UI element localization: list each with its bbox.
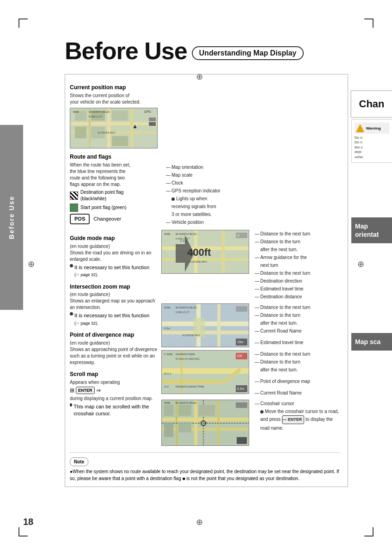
- svg-rect-8: [112, 111, 128, 121]
- section-current-position: Current position map Shows the current p…: [70, 79, 341, 226]
- divergence-title: Point of divergence map: [70, 331, 158, 339]
- guide-mode-title: Guide mode map: [70, 234, 158, 242]
- intersection-zoom-section: Intersection zoom map (en route guidance…: [70, 283, 158, 327]
- divergence-map-row: F 200ft NORRISTOWN PLYMOUTH MEETING PENN…: [161, 350, 341, 397]
- svg-rect-74: [164, 423, 173, 437]
- guide-mode-body: Shows the road you are driving on in an …: [70, 250, 158, 263]
- divergence-body: Shows an approaching point of divergence…: [70, 346, 158, 366]
- current-map-wrapper: 400ft W NORTH BLVD N WELLS ST N STATE PK…: [70, 108, 158, 226]
- bullet-crosshair: [260, 410, 263, 413]
- svg-text:400ft: 400ft: [73, 111, 79, 113]
- warning-header: Warning: [355, 123, 389, 134]
- route-flags-section: Route and flags When the route has been …: [70, 153, 158, 212]
- guide-mode-ref: (☞ page 32).: [74, 272, 98, 277]
- svg-rect-71: [164, 405, 173, 416]
- scroll-map-bullet: This map can be scrolled with the crossh…: [70, 403, 158, 418]
- scroll-map-section: Scroll map Appears when operating ⊞ ENTE…: [70, 370, 158, 417]
- pos-button[interactable]: POS: [70, 214, 90, 224]
- main-content: Current position map Shows the current p…: [25, 69, 348, 492]
- svg-text:PLYMOUTH MEETING: PLYMOUTH MEETING: [176, 358, 200, 360]
- right-tab-chan[interactable]: Chan: [350, 90, 392, 118]
- svg-rect-75: [178, 423, 191, 432]
- enter-label: ENTER: [78, 388, 92, 394]
- bullet-circle: [172, 197, 175, 201]
- svg-text:M 0.3: M 0.3: [164, 372, 172, 375]
- svg-rect-3: [107, 108, 110, 148]
- guide-mode-bullet: It is necessary to set this function(☞ p…: [70, 264, 158, 278]
- ann-road-name-int: Current Road Name: [255, 327, 310, 335]
- ann-dest-dist: Destination distance: [255, 293, 310, 301]
- svg-text:15m: 15m: [237, 340, 244, 344]
- intersection-annotations: Distance to the next turn Distance to th…: [249, 303, 310, 346]
- scroll-map-row: 400ft W NORTH BLVD Crosshair cursor Move…: [161, 400, 341, 446]
- arrow-icon: ⊞: [70, 387, 74, 395]
- crosshair-bottom: ⊕: [196, 517, 203, 527]
- ann-turn-after-int: Distance to the turnafter the next turn.: [255, 311, 310, 327]
- left-sidebar: Before Use: [0, 125, 23, 310]
- bullet-guide-mode: [70, 264, 73, 267]
- svg-text:N STATE PKY: N STATE PKY: [98, 131, 116, 134]
- intersection-zoom-title: Intersection zoom map: [70, 283, 158, 291]
- route-flags-title: Route and flags: [70, 153, 158, 161]
- current-map-area: 400ft W NORTH BLVD N WELLS ST N STATE PK…: [70, 108, 232, 226]
- svg-rect-5: [89, 108, 91, 148]
- enter-button-crosshair[interactable]: ENTER: [282, 415, 305, 424]
- svg-text:200ft: 200ft: [164, 306, 171, 309]
- guide-mode-subtitle: (en route guidance): [70, 243, 158, 250]
- note-box: Note: [70, 457, 88, 466]
- enter-label-2: ENTER: [288, 416, 302, 423]
- scroll-map-body2: during displaying a current position map…: [70, 395, 158, 402]
- enter-button-scroll[interactable]: ENTER: [76, 387, 95, 395]
- scroll-map-note: This map can be scrolled with the crossh…: [74, 403, 158, 418]
- svg-rect-64: [162, 428, 249, 431]
- svg-rect-24: [222, 230, 225, 274]
- svg-text:0.5m: 0.5m: [164, 327, 170, 330]
- svg-text:W NORTH BLVD: W NORTH BLVD: [176, 401, 197, 404]
- pos-button-row: POS Changeover: [70, 214, 158, 224]
- guide-mode-map-svg: 400ft 400ft W NORTH BLVD N WELLS ST N ST…: [161, 230, 249, 274]
- ann-next-turn-int: Distance to the next turn: [255, 303, 310, 311]
- svg-text:335: 335: [237, 354, 242, 358]
- flag-destination-label: Destination point flag(black/white): [80, 189, 123, 202]
- bullet-scroll: [70, 403, 72, 407]
- annotation-clock: Clock: [166, 179, 220, 187]
- warning-panel: Warning Do nDo nthe ndistrvehic: [351, 119, 392, 163]
- annotation-vehicle-pos: Vehicle position: [166, 218, 220, 226]
- guide-mode-map-row: 400ft 400ft W NORTH BLVD N WELLS ST N ST…: [161, 230, 341, 301]
- svg-rect-63: [162, 418, 249, 421]
- svg-rect-72: [178, 405, 191, 416]
- ann-next-turn-2: Distance to the next turn: [255, 269, 310, 277]
- svg-text:400ft: 400ft: [164, 233, 171, 235]
- intersection-zoom-note: It is necessary to set this function(☞ p…: [74, 312, 149, 327]
- svg-text:400ft: 400ft: [187, 247, 211, 258]
- ann-div-map: Point of divergence map: [255, 377, 310, 385]
- crosshair-left: ⊕: [28, 259, 35, 269]
- svg-rect-11: [112, 136, 128, 146]
- svg-rect-78: [236, 402, 247, 408]
- guide-mode-section: Guide mode map (en route guidance) Shows…: [70, 234, 158, 278]
- changeover-label: Changeover: [93, 216, 121, 222]
- content-box: Current position map Shows the current p…: [65, 74, 348, 487]
- map-scale-panel: Map sca: [351, 333, 392, 351]
- current-position-title: Current position map: [70, 84, 232, 92]
- route-flags-body: When the route has been set,the blue lin…: [70, 162, 158, 188]
- warning-text: Do nDo nthe ndistrvehic: [355, 136, 389, 160]
- start-flag-icon: [70, 204, 78, 212]
- current-position-map-svg: 400ft W NORTH BLVD N WELLS ST N STATE PK…: [70, 108, 158, 148]
- annotation-gps: GPS reception indicator: [166, 187, 220, 195]
- sidebar-label-text: Before Use: [8, 196, 15, 239]
- note-label: Note: [74, 458, 84, 465]
- note-text: ●When the system shows no route availabl…: [70, 468, 341, 482]
- divergence-map-svg: F 200ft NORRISTOWN PLYMOUTH MEETING PENN…: [161, 350, 249, 394]
- svg-text:N WELLS ST: N WELLS ST: [89, 115, 103, 118]
- intersection-zoom-subtitle: (en route guidance): [70, 291, 158, 298]
- svg-rect-19: [149, 122, 156, 126]
- ann-crosshair-bullet: Move the crosshair cursor to a road, and…: [255, 407, 341, 432]
- svg-rect-36: [162, 331, 249, 334]
- svg-text:400ft: 400ft: [164, 401, 171, 404]
- page: ⊕ ⊕ ⊕ ⊕ Before Use Chan Warning Do nDo n…: [0, 0, 392, 555]
- current-position-body: Shows the current position ofyour vehicl…: [70, 92, 232, 105]
- scroll-map-svg: 400ft W NORTH BLVD: [161, 400, 249, 446]
- pos-label: POS: [74, 216, 85, 222]
- ann-next-turn-1: Distance to the next turn: [255, 230, 310, 238]
